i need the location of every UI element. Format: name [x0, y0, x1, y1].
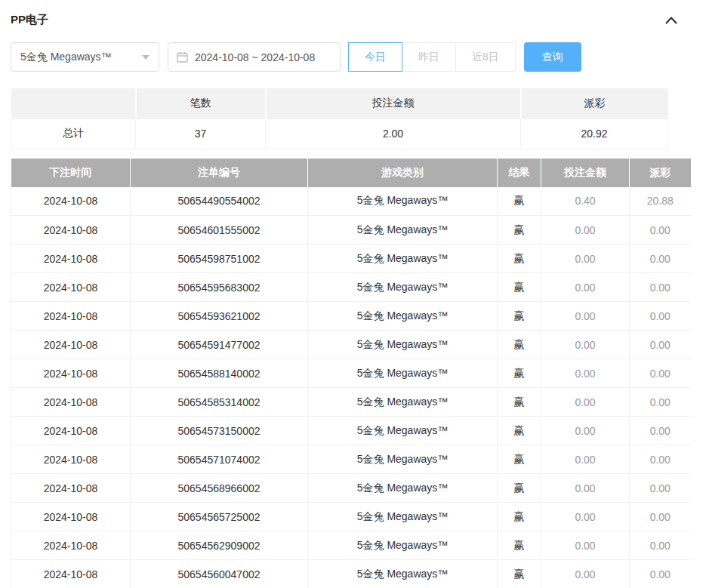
- cell-result: 赢: [498, 187, 541, 216]
- table-row: 2024-10-08506545710740025金兔 Megaways™赢0.…: [11, 445, 691, 474]
- detail-header-row: 下注时间 注单编号 游戏类别 结果 投注金额 派彩: [11, 159, 691, 187]
- cell-bet-time: 2024-10-08: [11, 273, 131, 302]
- cell-result: 赢: [498, 503, 541, 531]
- filter-bar: 5金兔 Megaways™ 2024-10-08 ~ 2024-10-08 今日…: [11, 42, 698, 72]
- table-row: 2024-10-08506545600470025金兔 Megaways™赢0.…: [11, 560, 691, 588]
- cell-total-bet-amount: 2.00: [266, 119, 521, 149]
- quick-range-yesterday[interactable]: 昨日: [402, 42, 456, 72]
- cell-payout: 0.00: [630, 359, 691, 388]
- cell-payout: 0.00: [630, 531, 691, 560]
- cell-result: 赢: [498, 273, 541, 302]
- cell-bet-id: 50654490554002: [131, 187, 308, 216]
- cell-bet-amount: 0.00: [541, 273, 630, 302]
- cell-payout: 0.00: [630, 302, 691, 331]
- cell-bet-id: 50654562909002: [131, 531, 308, 560]
- summary-total-row: 总计 37 2.00 20.92: [11, 119, 668, 149]
- cell-game-category: 5金兔 Megaways™: [308, 245, 498, 273]
- cell-payout: 0.00: [630, 503, 691, 531]
- table-row: 2024-10-08506545657250025金兔 Megaways™赢0.…: [11, 503, 691, 531]
- cell-bet-time: 2024-10-08: [11, 445, 131, 474]
- cell-result: 赢: [498, 388, 541, 417]
- calendar-icon: [177, 51, 188, 63]
- cell-bet-time: 2024-10-08: [11, 331, 131, 359]
- cell-bet-id: 50654568966002: [131, 474, 308, 503]
- cell-bet-time: 2024-10-08: [11, 302, 131, 331]
- detail-table-body: 2024-10-08506544905540025金兔 Megaways™赢0.…: [11, 187, 691, 588]
- quick-range-today[interactable]: 今日: [348, 42, 402, 72]
- cell-game-category: 5金兔 Megaways™: [308, 359, 498, 388]
- table-row: 2024-10-08506545987510025金兔 Megaways™赢0.…: [11, 245, 691, 273]
- cell-bet-id: 50654595683002: [131, 273, 308, 302]
- quick-range-last8days[interactable]: 近8日: [455, 42, 516, 72]
- cell-bet-amount: 0.00: [541, 560, 630, 588]
- cell-bet-time: 2024-10-08: [11, 531, 131, 560]
- cell-bet-amount: 0.00: [541, 302, 630, 331]
- panel-header: PP电子: [11, 9, 698, 30]
- cell-bet-time: 2024-10-08: [11, 388, 131, 417]
- table-row: 2024-10-08506546015550025金兔 Megaways™赢0.…: [11, 216, 691, 245]
- cell-game-category: 5金兔 Megaways™: [308, 560, 498, 588]
- quick-range-group: 今日 昨日 近8日: [349, 42, 516, 72]
- cell-payout: 0.00: [630, 445, 691, 474]
- detail-header-payout: 派彩: [630, 159, 691, 187]
- cell-bet-id: 50654593621002: [131, 302, 308, 331]
- cell-bet-time: 2024-10-08: [11, 474, 131, 503]
- cell-bet-time: 2024-10-08: [11, 216, 131, 245]
- table-row: 2024-10-08506545853140025金兔 Megaways™赢0.…: [11, 388, 691, 417]
- table-row: 2024-10-08506545731500025金兔 Megaways™赢0.…: [11, 417, 691, 445]
- cell-bet-id: 50654565725002: [131, 503, 308, 531]
- cell-game-category: 5金兔 Megaways™: [308, 331, 498, 359]
- detail-header-game-category: 游戏类别: [308, 159, 498, 187]
- cell-payout: 0.00: [630, 474, 691, 503]
- cell-payout: 0.00: [630, 560, 691, 588]
- cell-payout: 0.00: [630, 388, 691, 417]
- date-range-value: 2024-10-08 ~ 2024-10-08: [195, 51, 315, 63]
- cell-game-category: 5金兔 Megaways™: [308, 388, 498, 417]
- chevron-down-icon: [142, 55, 150, 63]
- detail-header-bet-id: 注单编号: [131, 159, 308, 187]
- cell-result: 赢: [498, 245, 541, 273]
- query-button[interactable]: 查询: [524, 42, 581, 72]
- summary-header-row: 笔数 投注金额 派彩: [11, 88, 668, 119]
- cell-result: 赢: [498, 474, 541, 503]
- cell-total-label: 总计: [11, 119, 136, 149]
- cell-bet-amount: 0.40: [541, 187, 630, 216]
- pp-slots-panel: PP电子 5金兔 Megaways™ 2024-10-08 ~ 2024-10-…: [0, 0, 709, 588]
- cell-bet-amount: 0.00: [541, 388, 630, 417]
- panel-title: PP电子: [11, 13, 48, 27]
- cell-bet-id: 50654571074002: [131, 445, 308, 474]
- cell-result: 赢: [498, 417, 541, 445]
- cell-bet-time: 2024-10-08: [11, 503, 131, 531]
- cell-result: 赢: [498, 331, 541, 359]
- cell-game-category: 5金兔 Megaways™: [308, 474, 498, 503]
- cell-bet-time: 2024-10-08: [11, 245, 131, 273]
- cell-payout: 0.00: [630, 216, 691, 245]
- collapse-button[interactable]: [665, 16, 677, 24]
- cell-bet-amount: 0.00: [541, 474, 630, 503]
- cell-bet-id: 50654573150002: [131, 417, 308, 445]
- cell-bet-id: 50654601555002: [131, 216, 308, 245]
- table-row: 2024-10-08506544905540025金兔 Megaways™赢0.…: [11, 187, 691, 216]
- cell-bet-time: 2024-10-08: [11, 359, 131, 388]
- chevron-up-icon: [665, 16, 677, 24]
- date-range-picker[interactable]: 2024-10-08 ~ 2024-10-08: [168, 42, 341, 72]
- cell-bet-time: 2024-10-08: [11, 187, 131, 216]
- summary-header-bet-amount: 投注金额: [266, 88, 521, 119]
- game-select[interactable]: 5金兔 Megaways™: [11, 42, 159, 72]
- cell-game-category: 5金兔 Megaways™: [308, 417, 498, 445]
- cell-payout: 0.00: [630, 245, 691, 273]
- summary-header-payout: 派彩: [521, 88, 668, 119]
- game-select-value: 5金兔 Megaways™: [20, 51, 112, 64]
- cell-payout: 0.00: [630, 331, 691, 359]
- cell-bet-id: 50654588140002: [131, 359, 308, 388]
- cell-game-category: 5金兔 Megaways™: [308, 302, 498, 331]
- cell-bet-amount: 0.00: [541, 445, 630, 474]
- cell-payout: 0.00: [630, 273, 691, 302]
- cell-bet-amount: 0.00: [541, 216, 630, 245]
- detail-header-bet-amount: 投注金额: [541, 159, 630, 187]
- bet-records-table: 下注时间 注单编号 游戏类别 结果 投注金额 派彩 2024-10-085065…: [11, 159, 691, 588]
- summary-header-count: 笔数: [136, 88, 266, 119]
- cell-bet-amount: 0.00: [541, 245, 630, 273]
- cell-bet-amount: 0.00: [541, 359, 630, 388]
- cell-bet-amount: 0.00: [541, 417, 630, 445]
